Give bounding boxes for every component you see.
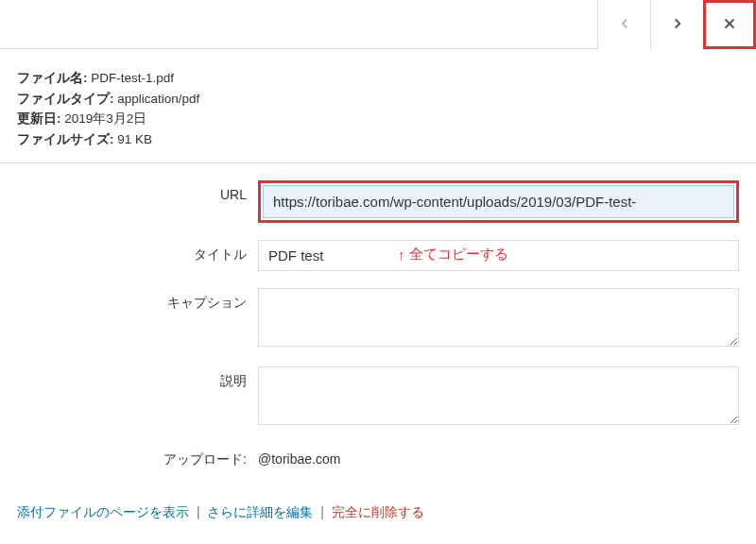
separator: | <box>197 504 200 519</box>
meta-filename: ファイル名: PDF-test-1.pdf <box>17 68 739 89</box>
topbar <box>0 0 756 49</box>
next-button[interactable] <box>650 0 703 49</box>
attachment-form: URL タイトル ↑ 全てコピーする キャプション 説明 アップロード: <box>0 163 756 495</box>
close-button[interactable] <box>703 0 756 49</box>
caption-label: キャプション <box>17 288 258 312</box>
prev-button <box>597 0 650 49</box>
uploader-value: @toribae.com <box>258 445 739 467</box>
field-caption: キャプション <box>17 288 739 349</box>
description-label: 説明 <box>17 366 258 390</box>
uploader-label: アップロード: <box>17 445 258 468</box>
meta-updated: 更新日: 2019年3月2日 <box>17 109 739 129</box>
chevron-right-icon <box>669 15 686 35</box>
delete-permanently-link[interactable]: 完全に削除する <box>332 504 424 519</box>
title-label: タイトル <box>17 240 258 264</box>
footer-links: 添付ファイルのページを表示 | さらに詳細を編集 | 完全に削除する <box>0 495 756 538</box>
close-icon <box>721 15 738 35</box>
url-input[interactable] <box>263 185 734 218</box>
meta-filetype: ファイルタイプ: application/pdf <box>17 89 739 110</box>
title-input[interactable] <box>258 240 739 271</box>
caption-textarea[interactable] <box>258 288 739 347</box>
url-highlight-box <box>258 180 739 223</box>
view-attachment-page-link[interactable]: 添付ファイルのページを表示 <box>17 504 189 519</box>
url-label: URL <box>17 180 258 202</box>
file-meta: ファイル名: PDF-test-1.pdf ファイルタイプ: applicati… <box>0 49 756 163</box>
field-title: タイトル ↑ 全てコピーする <box>17 240 739 271</box>
separator: | <box>320 504 324 519</box>
field-uploader: アップロード: @toribae.com <box>17 445 739 468</box>
chevron-left-icon <box>616 15 633 35</box>
meta-filesize: ファイルサイズ: 91 KB <box>17 129 739 150</box>
field-url: URL <box>17 180 739 223</box>
field-description: 説明 <box>17 366 739 428</box>
edit-more-link[interactable]: さらに詳細を編集 <box>207 504 313 519</box>
description-textarea[interactable] <box>258 366 739 425</box>
